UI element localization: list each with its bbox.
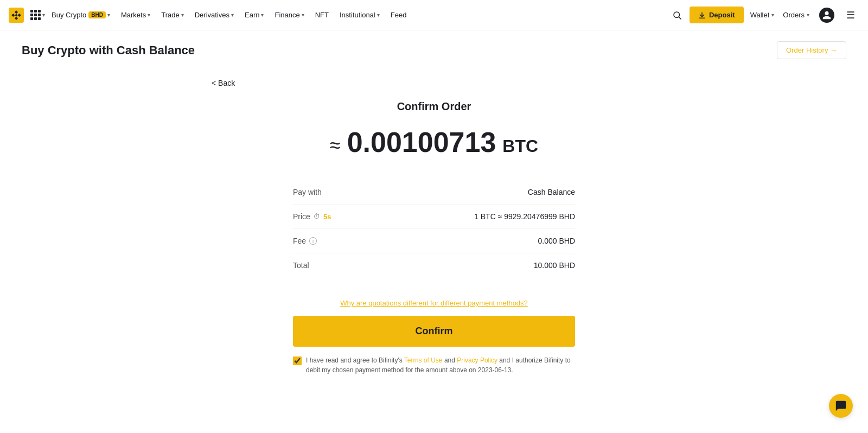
nav-nft[interactable]: NFT <box>311 8 333 22</box>
search-icon <box>672 10 682 20</box>
price-timer: 5s <box>323 213 331 221</box>
buy-crypto-chevron: ▾ <box>107 12 110 18</box>
search-button[interactable] <box>669 7 685 23</box>
navbar: ▾ Buy Crypto BHD ▾ Markets ▾ Trade ▾ Der… <box>0 0 868 30</box>
total-value: 10.000 BHD <box>534 261 575 270</box>
earn-chevron: ▾ <box>261 12 264 18</box>
nav-derivatives[interactable]: Derivatives ▾ <box>190 8 238 22</box>
apps-menu-button[interactable]: ▾ <box>28 8 47 22</box>
price-value: 1 BTC ≈ 9929.20476999 BHD <box>474 212 575 221</box>
grid-chevron-icon: ▾ <box>42 12 45 18</box>
terms-of-use-link[interactable]: Terms of Use <box>404 356 443 364</box>
fee-label: Fee i <box>293 237 317 245</box>
terms-text: I have read and agree to Bifinity's Term… <box>306 355 575 375</box>
amount-currency: BTC <box>502 136 538 156</box>
order-details: Pay with Cash Balance Price ⏱ 5s 1 BTC ≈… <box>293 180 575 277</box>
nav-buy-crypto[interactable]: Buy Crypto BHD ▾ <box>47 8 114 22</box>
finance-chevron: ▾ <box>302 12 304 18</box>
page-title: Buy Crypto with Cash Balance <box>22 43 195 58</box>
derivatives-chevron: ▾ <box>231 12 234 18</box>
detail-row-fee: Fee i 0.000 BHD <box>293 229 575 253</box>
main-content: < Back Confirm Order ≈ 0.00100713 BTC Pa… <box>190 66 678 397</box>
wallet-chevron: ▾ <box>771 12 774 18</box>
detail-row-total: Total 10.000 BHD <box>293 253 575 277</box>
amount-approx-symbol: ≈ <box>330 134 341 157</box>
amount-display: ≈ 0.00100713 BTC <box>330 126 538 158</box>
download-icon <box>698 11 706 19</box>
detail-row-pay-with: Pay with Cash Balance <box>293 180 575 205</box>
fee-info-icon[interactable]: i <box>309 237 317 245</box>
bottom-section: Why are quotations different for differe… <box>293 299 575 375</box>
nav-finance[interactable]: Finance ▾ <box>270 8 308 22</box>
page-header: Buy Crypto with Cash Balance Order Histo… <box>0 30 868 66</box>
orders-button[interactable]: Orders ▾ <box>781 8 812 22</box>
nav-right-section: Deposit Wallet ▾ Orders ▾ ☰ <box>669 4 859 26</box>
orders-chevron: ▾ <box>807 12 809 18</box>
user-icon <box>822 10 832 20</box>
total-label: Total <box>293 261 309 270</box>
grid-icon <box>30 10 41 20</box>
confirm-order-section: Confirm Order ≈ 0.00100713 BTC Pay with … <box>212 100 656 375</box>
nav-institutional[interactable]: Institutional ▾ <box>335 8 384 22</box>
nav-feed[interactable]: Feed <box>386 8 411 22</box>
amount-number: 0.00100713 <box>347 126 496 158</box>
trade-chevron: ▾ <box>181 12 184 18</box>
hamburger-menu-button[interactable]: ☰ <box>842 7 859 23</box>
terms-row: I have read and agree to Bifinity's Term… <box>293 355 575 375</box>
price-label: Price ⏱ 5s <box>293 212 331 221</box>
nav-earn[interactable]: Earn ▾ <box>240 8 268 22</box>
terms-checkbox[interactable] <box>293 356 302 365</box>
chat-bubble-button[interactable] <box>829 394 853 397</box>
clock-icon: ⏱ <box>314 213 320 220</box>
wallet-button[interactable]: Wallet ▾ <box>748 8 777 22</box>
markets-chevron: ▾ <box>148 12 150 18</box>
svg-point-6 <box>674 12 680 18</box>
profile-button[interactable] <box>816 4 838 26</box>
pay-with-label: Pay with <box>293 188 322 196</box>
back-button[interactable]: < Back <box>212 77 235 90</box>
nav-trade[interactable]: Trade ▾ <box>157 8 188 22</box>
pay-with-value: Cash Balance <box>528 188 575 196</box>
detail-row-price: Price ⏱ 5s 1 BTC ≈ 9929.20476999 BHD <box>293 205 575 229</box>
why-quotations-link[interactable]: Why are quotations different for differe… <box>293 299 575 307</box>
avatar <box>819 8 834 23</box>
fee-value: 0.000 BHD <box>538 237 575 245</box>
confirm-button[interactable]: Confirm <box>293 316 575 347</box>
svg-line-7 <box>679 17 681 19</box>
institutional-chevron: ▾ <box>377 12 380 18</box>
binance-logo-icon <box>9 8 24 23</box>
confirm-order-title: Confirm Order <box>397 100 471 113</box>
privacy-policy-link[interactable]: Privacy Policy <box>457 356 497 364</box>
order-history-button[interactable]: Order History → <box>777 41 846 59</box>
nav-markets[interactable]: Markets ▾ <box>117 8 155 22</box>
nav-menu: Buy Crypto BHD ▾ Markets ▾ Trade ▾ Deriv… <box>47 8 669 22</box>
brand-logo[interactable] <box>9 8 24 23</box>
deposit-button[interactable]: Deposit <box>690 7 744 23</box>
